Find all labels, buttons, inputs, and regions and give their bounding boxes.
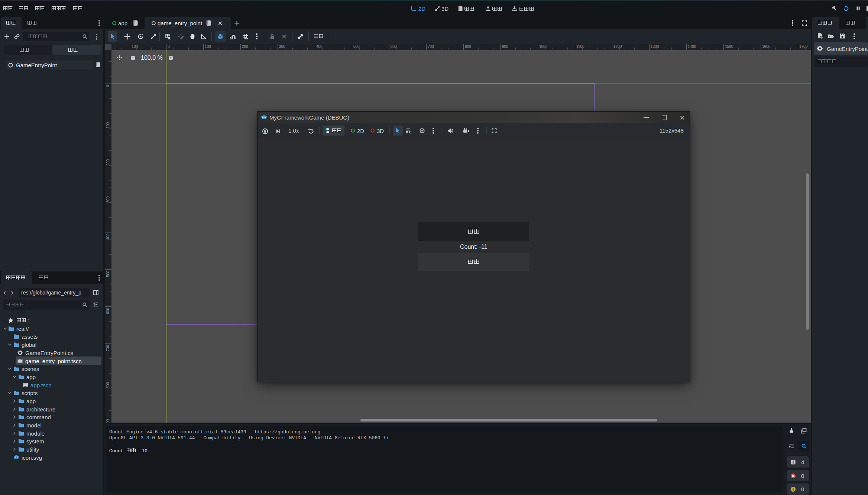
svg-text:800: 800 bbox=[465, 45, 471, 49]
svg-text:1300: 1300 bbox=[651, 45, 659, 49]
svg-text:100: 100 bbox=[205, 45, 211, 49]
svg-text:200: 200 bbox=[242, 45, 248, 49]
svg-text:900: 900 bbox=[502, 45, 508, 49]
svg-text:300: 300 bbox=[106, 196, 110, 203]
svg-text:1000: 1000 bbox=[539, 45, 548, 49]
svg-text:0: 0 bbox=[106, 85, 110, 87]
svg-text:600: 600 bbox=[391, 45, 397, 49]
svg-text:1500: 1500 bbox=[725, 45, 733, 49]
svg-text:1700: 1700 bbox=[799, 45, 808, 49]
svg-text:900: 900 bbox=[106, 419, 110, 423]
svg-text:100: 100 bbox=[106, 122, 110, 128]
svg-text:500: 500 bbox=[106, 271, 110, 277]
svg-text:400: 400 bbox=[316, 45, 323, 49]
svg-text:500: 500 bbox=[353, 45, 360, 49]
svg-text:300: 300 bbox=[279, 45, 285, 49]
svg-text:-100: -100 bbox=[130, 45, 138, 49]
svg-text:200: 200 bbox=[106, 159, 110, 166]
svg-text:700: 700 bbox=[428, 45, 434, 49]
svg-text:0: 0 bbox=[168, 45, 170, 49]
svg-text:800: 800 bbox=[106, 382, 110, 388]
svg-text:600: 600 bbox=[106, 308, 110, 314]
svg-text:400: 400 bbox=[106, 234, 110, 240]
svg-text:1400: 1400 bbox=[688, 45, 696, 49]
svg-text:700: 700 bbox=[106, 345, 110, 351]
svg-text:1200: 1200 bbox=[613, 45, 622, 49]
svg-text:1100: 1100 bbox=[576, 45, 584, 49]
svg-text:1600: 1600 bbox=[762, 45, 771, 49]
